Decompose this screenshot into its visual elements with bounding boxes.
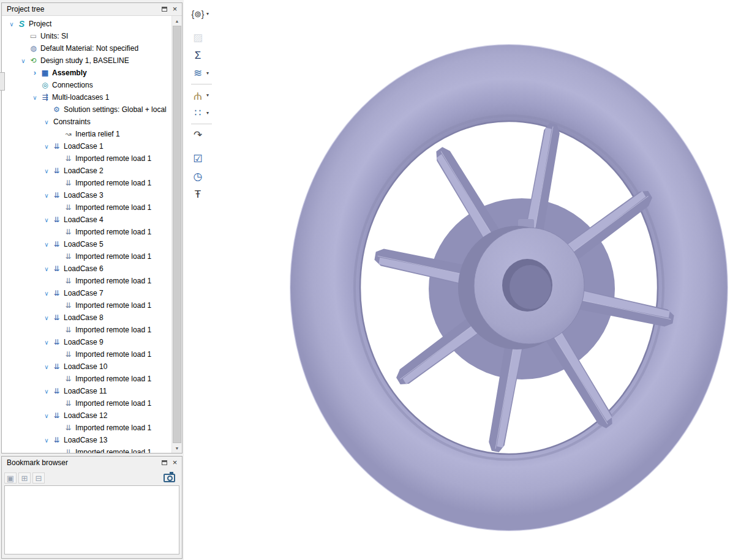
collapsed-panel-tab[interactable] <box>0 72 5 91</box>
tree-item[interactable]: ⇊Imported remote load 1 <box>2 397 171 409</box>
tree-item[interactable]: ∨⇊LoadCase 9 <box>2 336 171 348</box>
scroll-down-icon[interactable]: ▼ <box>172 443 182 453</box>
toolbar-divider <box>191 124 212 124</box>
tree-item[interactable]: ∨⟲Design study 1, BASELINE <box>2 54 171 67</box>
tree-item-label: Imported remote load 1 <box>73 252 151 261</box>
wheel-model[interactable] <box>184 0 730 560</box>
tree-item[interactable]: ∨⇊LoadCase 7 <box>2 287 171 299</box>
chevron-down-icon[interactable]: ∨ <box>42 413 51 419</box>
close-panel-button[interactable]: × <box>170 458 180 467</box>
tree-item[interactable]: ∨⇊LoadCase 8 <box>2 312 171 324</box>
tree-item[interactable]: ∨⇊LoadCase 12 <box>2 409 171 422</box>
tree-item[interactable]: ⚙Solution settings: Global + local <box>2 103 171 116</box>
tree-item[interactable]: ⇊Imported remote load 1 <box>2 201 171 214</box>
capture-bookmark-button[interactable] <box>161 472 177 484</box>
chevron-down-icon[interactable]: ∨ <box>42 339 51 346</box>
tree-item[interactable]: ∨⇊LoadCase 13 <box>2 434 171 446</box>
tree-item[interactable]: ∨⇊LoadCase 3 <box>2 189 171 201</box>
chevron-down-icon[interactable]: ∨ <box>18 58 28 64</box>
bolt-tool-button[interactable]: Ŧ <box>189 185 217 203</box>
chevron-down-icon[interactable]: ∨ <box>42 217 51 223</box>
chevron-down-icon[interactable]: ∨ <box>42 119 51 125</box>
tree-item[interactable]: ↝Inertia relief 1 <box>2 128 171 140</box>
sum-loads-tool-button[interactable]: Σ <box>189 47 217 64</box>
float-panel-button[interactable] <box>159 458 170 467</box>
tree-item[interactable]: ◍Default Material: Not specified <box>2 42 171 54</box>
tree-item-label: LoadCase 3 <box>62 191 103 200</box>
panel-title: Bookmark browser <box>7 458 159 467</box>
checklist-tool-button[interactable]: ☑ <box>189 150 217 168</box>
tree-item[interactable]: ▭Units: SI <box>2 30 171 42</box>
tree-item[interactable]: ⇊Imported remote load 1 <box>2 299 171 312</box>
tree-item[interactable]: ∨⇊LoadCase 1 <box>2 140 171 152</box>
tree-item[interactable]: ∨⇊LoadCase 4 <box>2 214 171 226</box>
chevron-down-icon[interactable]: ∨ <box>42 290 51 297</box>
loadcase-icon: ⇊ <box>51 191 62 200</box>
scroll-thumb[interactable] <box>173 26 181 443</box>
chevron-down-icon[interactable]: ∨ <box>42 315 51 321</box>
tree-item[interactable]: ⇊Imported remote load 1 <box>2 373 171 385</box>
bookmark-list[interactable] <box>4 485 179 554</box>
remove-bookmark-button[interactable]: ⊟ <box>32 472 45 483</box>
tree-item-label: Imported remote load 1 <box>73 326 151 334</box>
dropdown-caret-icon[interactable]: ▾ <box>206 92 209 98</box>
triad-tool-button[interactable]: Ψ▾ <box>189 86 217 104</box>
triad-tool-icon: Ψ <box>190 89 206 102</box>
dropdown-caret-icon[interactable]: ▾ <box>206 11 209 17</box>
tree-item-label: Imported remote load 1 <box>73 424 151 432</box>
tree-item[interactable]: ⇊Imported remote load 1 <box>2 275 171 287</box>
chevron-down-icon[interactable]: ∨ <box>42 168 51 174</box>
chevron-down-icon[interactable]: ∨ <box>42 266 51 272</box>
gauge-tool-button[interactable]: ◷ <box>189 168 217 185</box>
imported-load-icon: ⇊ <box>63 252 73 261</box>
chevron-down-icon[interactable]: ∨ <box>42 192 51 199</box>
tree-item[interactable]: ∨⇊LoadCase 2 <box>2 165 171 177</box>
tree-item[interactable]: ∨Constraints <box>2 116 171 128</box>
chevron-down-icon[interactable]: ∨ <box>42 364 51 370</box>
toolbar-gap <box>189 23 217 29</box>
chevron-right-icon[interactable]: › <box>30 70 40 76</box>
chevron-down-icon[interactable]: ∨ <box>30 94 40 101</box>
tree-item[interactable]: ⇊Imported remote load 1 <box>2 348 171 360</box>
dropdown-caret-icon[interactable]: ▾ <box>206 70 209 76</box>
tree-item[interactable]: ⇊Imported remote load 1 <box>2 152 171 165</box>
tree-item[interactable]: ⇊Imported remote load 1 <box>2 422 171 434</box>
tree-item[interactable]: ∨⇊LoadCase 11 <box>2 385 171 397</box>
loadcase-icon: ⇊ <box>51 313 62 322</box>
bookmark-browser-header[interactable]: Bookmark browser × <box>2 457 182 468</box>
chevron-down-icon[interactable]: ∨ <box>42 388 51 395</box>
tree-scrollbar[interactable]: ▲ ▼ <box>171 16 182 453</box>
pattern-grid-tool-button[interactable]: ∷▾ <box>189 104 217 122</box>
chevron-down-icon[interactable]: ∨ <box>42 241 51 248</box>
hatch-region-tool-button[interactable]: ≋▾ <box>189 64 217 82</box>
tree-item-label: Solution settings: Global + local <box>62 105 167 114</box>
scroll-up-icon[interactable]: ▲ <box>172 16 182 26</box>
chevron-down-icon[interactable]: ∨ <box>42 143 51 150</box>
3d-viewport[interactable]: {⊚}▾▨Σ≋▾Ψ▾∷▾↷☑◷Ŧ <box>184 0 730 560</box>
tree-item[interactable]: ∨⇊LoadCase 6 <box>2 263 171 275</box>
tree-item[interactable]: ⇊Imported remote load 1 <box>2 226 171 238</box>
float-panel-button[interactable] <box>159 4 170 13</box>
tree-item[interactable]: ›▦Assembly <box>2 67 171 79</box>
tree-item[interactable]: ∨SProject <box>2 18 171 30</box>
tree-item[interactable]: ∨⇊LoadCase 5 <box>2 238 171 250</box>
tree-item[interactable]: ⇊Imported remote load 1 <box>2 177 171 189</box>
dropdown-caret-icon[interactable]: ▾ <box>206 110 209 116</box>
close-panel-button[interactable]: × <box>170 4 180 13</box>
tree-item[interactable]: ⇊Imported remote load 1 <box>2 324 171 336</box>
tree-item-label: Units: SI <box>39 32 68 40</box>
tree-item[interactable]: ⇊Imported remote load 1 <box>2 250 171 263</box>
pattern-grid-tool-icon: ∷ <box>190 106 206 120</box>
chevron-down-icon[interactable]: ∨ <box>7 21 17 28</box>
tree-item[interactable]: ⇊Imported remote load 1 <box>2 446 171 453</box>
connections-tool-button[interactable]: {⊚}▾ <box>189 5 217 23</box>
tree-item[interactable]: ∨⇶Multi-loadcases 1 <box>2 91 171 103</box>
tree-item[interactable]: ◎Connections <box>2 79 171 91</box>
copy-bookmark-button[interactable]: ▣ <box>4 472 17 483</box>
add-bookmark-button[interactable]: ⊞ <box>18 472 31 483</box>
modeling-toolbar: {⊚}▾▨Σ≋▾Ψ▾∷▾↷☑◷Ŧ <box>189 5 217 203</box>
chevron-down-icon[interactable]: ∨ <box>42 437 51 444</box>
project-tree-header[interactable]: Project tree × <box>2 3 182 15</box>
tree-item[interactable]: ∨⇊LoadCase 10 <box>2 360 171 373</box>
curve-tool-button[interactable]: ↷ <box>189 126 217 144</box>
